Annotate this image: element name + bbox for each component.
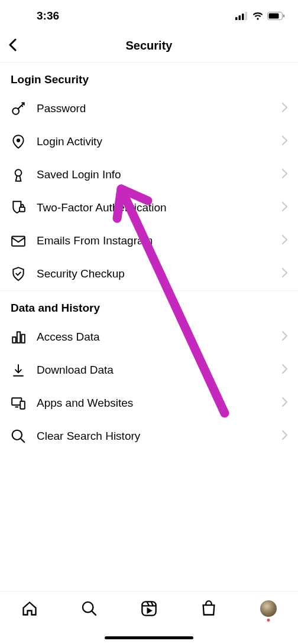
status-icons	[235, 12, 285, 21]
back-button[interactable]	[8, 38, 17, 54]
nav-shop[interactable]	[200, 600, 218, 617]
menu-item-apps-websites[interactable]: Apps and Websites	[0, 387, 298, 420]
chevron-right-icon	[282, 169, 287, 181]
svg-rect-6	[283, 15, 284, 18]
svg-rect-3	[245, 12, 248, 20]
chevron-right-icon	[282, 331, 287, 343]
section-title-data-history: Data and History	[0, 291, 298, 321]
svg-rect-11	[12, 236, 25, 246]
menu-item-login-activity[interactable]: Login Activity	[0, 125, 298, 158]
chevron-right-icon	[282, 268, 287, 280]
svg-point-9	[15, 169, 22, 176]
page-title: Security	[126, 39, 173, 53]
nav-search[interactable]	[80, 600, 98, 617]
menu-item-access-data[interactable]: Access Data	[0, 321, 298, 354]
menu-label: Emails From Instagram	[37, 234, 282, 247]
menu-label: Two-Factor Authentication	[37, 201, 282, 214]
svg-rect-5	[269, 14, 279, 19]
home-indicator	[105, 636, 193, 639]
svg-rect-1	[239, 15, 241, 20]
nav-profile[interactable]	[260, 600, 277, 617]
menu-item-download-data[interactable]: Download Data	[0, 354, 298, 387]
chevron-right-icon	[282, 202, 287, 214]
menu-item-saved-login-info[interactable]: Saved Login Info	[0, 158, 298, 191]
svg-rect-16	[20, 401, 25, 409]
cellular-icon	[235, 12, 248, 20]
menu-label: Download Data	[37, 364, 282, 377]
menu-item-clear-search-history[interactable]: Clear Search History	[0, 420, 298, 453]
search-icon	[11, 429, 26, 444]
nav-reels[interactable]	[140, 600, 158, 617]
notification-dot	[267, 619, 270, 622]
menu-label: Clear Search History	[37, 430, 282, 443]
chevron-right-icon	[282, 364, 287, 376]
svg-point-18	[83, 602, 93, 612]
svg-rect-0	[235, 17, 238, 20]
nav-home[interactable]	[21, 600, 38, 617]
chevron-right-icon	[282, 397, 287, 409]
menu-label: Apps and Websites	[37, 397, 282, 410]
status-bar: 3:36	[0, 0, 298, 30]
wifi-icon	[252, 12, 264, 21]
mail-icon	[11, 233, 26, 249]
menu-label: Security Checkup	[37, 267, 282, 280]
svg-rect-13	[17, 332, 20, 342]
section-data-history: Data and History Access Data Download Da…	[0, 291, 298, 453]
location-pin-icon	[11, 134, 26, 149]
shop-icon	[200, 600, 217, 617]
chevron-left-icon	[8, 38, 17, 51]
battery-icon	[267, 12, 285, 20]
svg-rect-12	[12, 337, 15, 343]
chevron-right-icon	[282, 430, 287, 442]
svg-point-17	[12, 430, 22, 440]
chevron-right-icon	[282, 235, 287, 247]
keyhole-icon	[11, 167, 26, 182]
devices-icon	[11, 395, 26, 411]
section-title-login-security: Login Security	[0, 63, 298, 92]
chevron-right-icon	[282, 103, 287, 115]
chevron-right-icon	[282, 136, 287, 148]
menu-label: Saved Login Info	[37, 168, 282, 181]
shield-lock-icon	[11, 200, 26, 215]
status-time: 3:36	[37, 9, 59, 22]
bar-chart-icon	[11, 329, 26, 345]
menu-item-two-factor[interactable]: Two-Factor Authentication	[0, 191, 298, 224]
menu-item-security-checkup[interactable]: Security Checkup	[0, 257, 298, 290]
shield-check-icon	[11, 266, 26, 282]
reels-icon	[141, 600, 157, 617]
menu-item-emails[interactable]: Emails From Instagram	[0, 224, 298, 257]
menu-label: Login Activity	[37, 135, 282, 148]
home-icon	[21, 600, 38, 617]
page-header: Security	[0, 30, 298, 63]
section-login-security: Login Security Password Login Activity S…	[0, 63, 298, 291]
svg-rect-2	[242, 14, 244, 20]
menu-list-login-security: Password Login Activity Saved Login Info…	[0, 92, 298, 291]
search-icon	[81, 600, 98, 617]
avatar-icon	[260, 600, 277, 617]
svg-point-8	[17, 139, 20, 142]
menu-item-password[interactable]: Password	[0, 92, 298, 125]
key-icon	[11, 101, 26, 116]
menu-list-data-history: Access Data Download Data Apps and Websi…	[0, 321, 298, 453]
svg-rect-19	[142, 601, 156, 615]
svg-point-7	[12, 108, 19, 115]
svg-rect-10	[20, 207, 25, 212]
menu-label: Access Data	[37, 331, 282, 344]
svg-rect-14	[21, 335, 24, 343]
menu-label: Password	[37, 102, 282, 115]
download-icon	[11, 362, 26, 378]
